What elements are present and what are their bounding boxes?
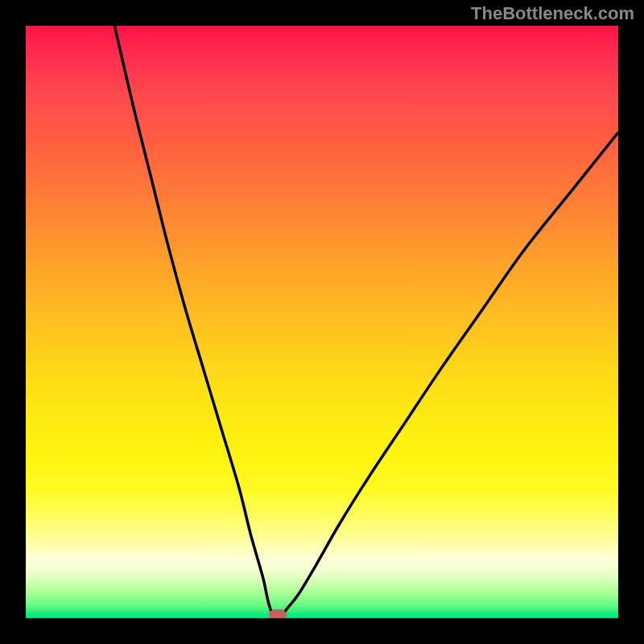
watermark-text: TheBottleneck.com <box>471 3 634 24</box>
minimum-marker <box>269 609 287 618</box>
chart-container <box>26 26 618 618</box>
bottleneck-curve <box>26 26 618 618</box>
